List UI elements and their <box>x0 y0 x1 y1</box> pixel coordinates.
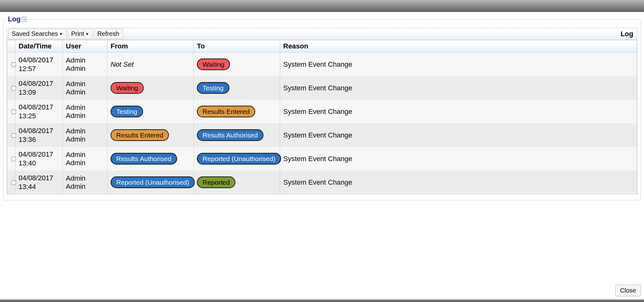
toolbar-title: Log <box>621 30 636 38</box>
row-checkbox[interactable] <box>11 109 16 114</box>
log-table: Date/Time User From To Reason 04/08/2017… <box>7 40 637 194</box>
cell-user: Admin Admin <box>63 100 107 123</box>
from-text: Not Set <box>111 60 134 68</box>
table-row[interactable]: 04/08/2017 13:09Admin AdminWaitingTestin… <box>7 76 637 100</box>
status-badge: Reported (Unauthorised) <box>111 176 195 188</box>
row-checkbox-cell <box>7 147 15 171</box>
table-row[interactable]: 04/08/2017 13:44Admin AdminReported (Una… <box>7 171 637 194</box>
cell-reason: System Event Change <box>280 100 637 123</box>
refresh-button[interactable]: Refresh <box>94 29 123 39</box>
cell-user: Admin Admin <box>63 147 107 171</box>
refresh-label: Refresh <box>97 30 119 37</box>
cell-from: Not Set <box>107 53 194 76</box>
row-checkbox[interactable] <box>11 62 16 67</box>
row-checkbox[interactable] <box>11 180 16 185</box>
cell-from: Waiting <box>107 76 194 100</box>
cell-datetime: 04/08/2017 13:36 <box>15 123 63 147</box>
datetime-text: 04/08/2017 12:57 <box>19 56 59 73</box>
cell-to: Results Entered <box>194 100 280 123</box>
cell-reason: System Event Change <box>280 53 637 76</box>
status-badge: Results Authorised <box>111 153 177 165</box>
log-legend: Log − <box>7 15 28 23</box>
table-row[interactable]: 04/08/2017 12:57Admin AdminNot SetWaitin… <box>7 53 637 76</box>
cell-reason: System Event Change <box>280 123 637 147</box>
saved-searches-label: Saved Searches <box>12 30 58 37</box>
col-header-to[interactable]: To <box>194 40 280 53</box>
cell-to: Reported (Unauthorised) <box>194 147 280 171</box>
cell-datetime: 04/08/2017 12:57 <box>15 53 63 76</box>
row-checkbox-cell <box>7 123 15 147</box>
cell-user: Admin Admin <box>63 171 107 194</box>
datetime-text: 04/08/2017 13:09 <box>19 79 59 97</box>
status-badge: Waiting <box>197 59 230 70</box>
table-row[interactable]: 04/08/2017 13:25Admin AdminTestingResult… <box>7 100 637 123</box>
cell-reason: System Event Change <box>280 76 637 100</box>
cell-from: Results Authorised <box>107 147 194 171</box>
collapse-toggle-icon[interactable]: − <box>22 17 27 22</box>
cell-from: Results Entered <box>107 123 194 147</box>
toolbar: Saved Searches ▼ Print ▼ Refresh Log <box>7 28 637 40</box>
status-badge: Testing <box>111 106 143 117</box>
table-row[interactable]: 04/08/2017 13:40Admin AdminResults Autho… <box>7 147 637 171</box>
datetime-text: 04/08/2017 13:36 <box>19 126 59 144</box>
row-checkbox[interactable] <box>11 86 16 90</box>
status-badge: Waiting <box>111 82 144 94</box>
cell-reason: System Event Change <box>280 171 637 194</box>
table-row[interactable]: 04/08/2017 13:36Admin AdminResults Enter… <box>7 123 637 147</box>
cell-datetime: 04/08/2017 13:44 <box>15 171 63 194</box>
cell-to: Results Authorised <box>194 123 280 147</box>
row-checkbox[interactable] <box>11 133 16 137</box>
datetime-text: 04/08/2017 13:25 <box>19 103 59 120</box>
log-legend-title: Log <box>8 15 20 23</box>
cell-to: Reported <box>194 171 280 194</box>
cell-from: Reported (Unauthorised) <box>107 171 194 194</box>
status-badge: Results Authorised <box>197 129 263 141</box>
saved-searches-dropdown[interactable]: Saved Searches ▼ <box>8 29 66 39</box>
log-panel: Saved Searches ▼ Print ▼ Refresh Log <box>7 28 637 194</box>
print-dropdown[interactable]: Print ▼ <box>68 29 93 39</box>
status-badge: Reported <box>197 176 235 188</box>
row-checkbox[interactable] <box>11 157 16 161</box>
col-header-from[interactable]: From <box>107 40 194 53</box>
row-checkbox-cell <box>7 53 15 76</box>
datetime-text: 04/08/2017 13:40 <box>19 150 59 167</box>
cell-from: Testing <box>107 100 194 123</box>
status-badge: Reported (Unauthorised) <box>197 153 281 165</box>
table-header-row: Date/Time User From To Reason <box>7 40 637 53</box>
dropdown-arrow-icon: ▼ <box>59 32 63 36</box>
cell-datetime: 04/08/2017 13:09 <box>15 76 63 100</box>
col-header-reason[interactable]: Reason <box>280 40 637 53</box>
cell-user: Admin Admin <box>63 53 107 76</box>
row-checkbox-cell <box>7 100 15 123</box>
col-header-check[interactable] <box>7 40 15 53</box>
col-header-user[interactable]: User <box>63 40 107 53</box>
datetime-text: 04/08/2017 13:44 <box>19 174 59 191</box>
window-titlebar <box>0 0 644 12</box>
status-badge: Results Entered <box>111 129 169 141</box>
cell-datetime: 04/08/2017 13:25 <box>15 100 63 123</box>
col-header-datetime[interactable]: Date/Time <box>15 40 63 53</box>
cell-to: Testing <box>194 76 280 100</box>
row-checkbox-cell <box>7 171 15 194</box>
print-label: Print <box>71 30 84 37</box>
status-badge: Testing <box>197 82 229 94</box>
row-checkbox-cell <box>7 76 15 100</box>
dropdown-arrow-icon: ▼ <box>85 32 89 36</box>
log-fieldset: Log − Saved Searches ▼ Print ▼ Refresh L… <box>3 15 641 200</box>
cell-user: Admin Admin <box>63 123 107 147</box>
status-badge: Results Entered <box>197 106 255 117</box>
cell-to: Waiting <box>194 53 280 76</box>
cell-datetime: 04/08/2017 13:40 <box>15 147 63 171</box>
cell-user: Admin Admin <box>63 76 107 100</box>
cell-reason: System Event Change <box>280 147 637 171</box>
